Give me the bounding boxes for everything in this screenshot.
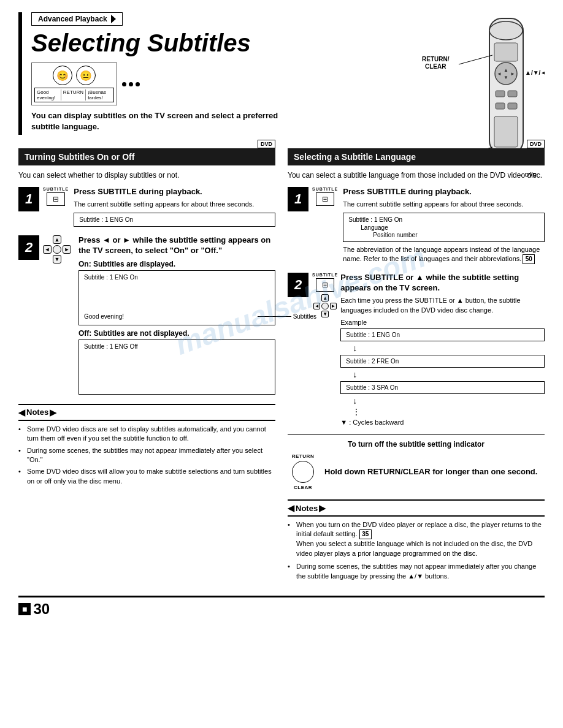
svg-text:▲: ▲ bbox=[504, 67, 508, 73]
dots-area bbox=[122, 82, 140, 86]
svg-rect-11 bbox=[508, 103, 517, 109]
right-section-header: Selecting a Subtitle Language bbox=[288, 148, 545, 165]
subtitle-icon-label-1: SUBTITLE bbox=[43, 187, 69, 191]
clear-label: CLEAR bbox=[294, 485, 312, 490]
right-subtitle-icon-1: ⊟ bbox=[316, 192, 334, 206]
r-bullet-1: • bbox=[288, 520, 290, 529]
bullet-3: • bbox=[18, 467, 21, 476]
r-dpad-down: ▼ bbox=[321, 311, 328, 317]
right-subtitle-label-1: SUBTITLE bbox=[312, 187, 338, 191]
cartoon-faces: 😊 😐 bbox=[53, 66, 96, 85]
dpad-up: ▲ bbox=[53, 235, 61, 244]
bubble-1: Good evening! bbox=[37, 89, 61, 100]
bullet-2: • bbox=[18, 446, 21, 455]
notes-bracket-left-open: ◀ bbox=[18, 408, 25, 417]
r-dpad-up: ▲ bbox=[321, 294, 328, 301]
cartoon-box: 😊 😐 Good evening! RETURN ¡Buenas tardes! bbox=[31, 63, 117, 105]
dpad-empty-tl bbox=[43, 235, 52, 244]
screen-seq-2: Subtitle : 2 FRE On bbox=[340, 355, 545, 368]
screen-on: Subtitle : 1 ENG On Good evening! Subtit… bbox=[79, 270, 275, 325]
left-column: DVD Turning Subtitles On or Off You can … bbox=[18, 141, 275, 583]
breadcrumb-tag: Advanced Playback bbox=[31, 12, 123, 26]
arrow-down-3: ↓ bbox=[340, 396, 545, 406]
r-dpad-tr bbox=[330, 294, 337, 301]
dpad-empty-tr bbox=[63, 235, 71, 244]
left-step-1-desc: The current subtitle setting appears for… bbox=[74, 200, 275, 209]
svg-text:▲/▼/◄/►: ▲/▼/◄/► bbox=[525, 69, 545, 76]
right-step-1: 1 SUBTITLE ⊟ Press SUBTITLE during playb… bbox=[288, 187, 545, 265]
r-dpad-left: ◄ bbox=[313, 303, 320, 309]
right-step-1-icon: SUBTITLE ⊟ bbox=[312, 187, 338, 206]
right-column: DVD Selecting a Subtitle Language You ca… bbox=[288, 141, 545, 583]
r-dpad-right: ► bbox=[330, 303, 337, 309]
left-step-1-icon: SUBTITLE ⊟ bbox=[43, 187, 69, 206]
svg-point-1 bbox=[489, 21, 523, 40]
right-step-1-title: Press SUBTITLE during playback. bbox=[343, 187, 545, 197]
r-dpad-center bbox=[321, 303, 328, 309]
screen-on-text: Subtitle : 1 ENG On bbox=[84, 274, 270, 281]
left-note-1: • Some DVD video discs are set to displa… bbox=[18, 425, 275, 444]
right-note-2: • During some scenes, the subtitles may … bbox=[288, 562, 545, 581]
screen-off: Subtitle : 1 ENG Off bbox=[79, 339, 275, 395]
example-label: Example bbox=[340, 319, 545, 326]
screen-off-text: Subtitle : 1 ENG Off bbox=[84, 343, 270, 350]
breadcrumb-text: Advanced Playback bbox=[38, 15, 107, 23]
left-step-1-content: Press SUBTITLE during playback. The curr… bbox=[74, 187, 275, 227]
left-step-2-title: Press ◄ or ► while the subtitle setting … bbox=[79, 235, 275, 256]
screen-seq-1: Subtitle : 1 ENG On bbox=[340, 328, 545, 341]
return-top-label: RETURN bbox=[292, 453, 314, 459]
header-section: Advanced Playback Selecting Subtitles 😊 … bbox=[18, 12, 545, 135]
bubble-2: RETURN bbox=[61, 89, 86, 100]
dpad-empty-bl bbox=[43, 255, 52, 264]
left-notes-list: • Some DVD video discs are set to displa… bbox=[18, 425, 275, 486]
dot-2 bbox=[129, 82, 133, 86]
right-step-2-icons: SUBTITLE ⊟ ▲ ◄ ► ▼ bbox=[312, 273, 338, 317]
svg-text:CLEAR: CLEAR bbox=[425, 63, 446, 70]
subtitle-icon-1: ⊟ bbox=[47, 192, 65, 206]
right-step-1-desc: The current subtitle setting appears for… bbox=[343, 200, 545, 209]
cycles-label: ▼ : Cycles backward bbox=[340, 419, 545, 426]
right-section-intro: You can select a subtitle language from … bbox=[288, 170, 545, 181]
turn-off-title: To turn off the subtitle setting indicat… bbox=[288, 440, 545, 449]
left-step-2-content: Press ◄ or ► while the subtitle setting … bbox=[79, 235, 275, 395]
bottom-bar: ■ 30 bbox=[18, 596, 545, 618]
r-dpad-br bbox=[330, 311, 337, 317]
dpad-right: ► bbox=[63, 245, 71, 254]
dvd-badge-left: DVD bbox=[18, 141, 275, 147]
left-border-bar bbox=[18, 12, 22, 135]
notes-bracket-left-close: ▶ bbox=[50, 408, 56, 417]
right-step-2-number: 2 bbox=[288, 273, 308, 297]
right-step-2-content: Press SUBTITLE or ▲ while the subtitle s… bbox=[340, 273, 545, 426]
turn-off-instruction: Hold down RETURN/CLEAR for longer than o… bbox=[324, 466, 545, 477]
good-evening-text: Good evening! bbox=[84, 313, 124, 320]
dpad-center bbox=[53, 245, 61, 254]
dpad-down: ▼ bbox=[53, 255, 61, 264]
left-step-2: 2 ▲ ◄ ► ▼ Press ◄ o bbox=[18, 235, 275, 395]
return-circle bbox=[292, 461, 314, 483]
main-columns: DVD Turning Subtitles On or Off You can … bbox=[18, 141, 545, 583]
subtitles-label: Subtitles bbox=[258, 313, 316, 320]
right-step-2-title: Press SUBTITLE or ▲ while the subtitle s… bbox=[340, 273, 545, 294]
svg-text:◄: ◄ bbox=[497, 71, 502, 77]
left-section-intro: You can select whether to display subtit… bbox=[18, 170, 275, 181]
bullet-1: • bbox=[18, 425, 21, 434]
right-notes-list: • When you turn on the DVD video player … bbox=[288, 520, 545, 581]
ref-number-1: 50 bbox=[523, 254, 535, 264]
svg-line-13 bbox=[459, 55, 492, 64]
right-step-1-content: Press SUBTITLE during playback. The curr… bbox=[343, 187, 545, 265]
dots-seq: ⋮ bbox=[340, 408, 545, 416]
right-subtitle-icon-2: ⊟ bbox=[316, 278, 334, 292]
pos-label: Position number bbox=[348, 232, 539, 238]
left-step-1-screen: Subtitle : 1 ENG On bbox=[74, 213, 275, 227]
lang-label: Language bbox=[348, 224, 539, 231]
dpad-grid: ▲ ◄ ► ▼ bbox=[43, 235, 71, 264]
svg-text:►: ► bbox=[510, 71, 515, 77]
left-step-1-number: 1 bbox=[18, 187, 39, 211]
svg-text:RETURN/: RETURN/ bbox=[422, 56, 450, 63]
speech-bubbles: Good evening! RETURN ¡Buenas tardes! bbox=[34, 88, 114, 102]
svg-rect-9 bbox=[508, 91, 517, 97]
svg-rect-2 bbox=[494, 43, 518, 61]
r-dpad-tl bbox=[313, 294, 320, 301]
r-bullet-2: • bbox=[288, 562, 290, 571]
screen-seq-3: Subtitle : 3 SPA On bbox=[340, 381, 545, 394]
